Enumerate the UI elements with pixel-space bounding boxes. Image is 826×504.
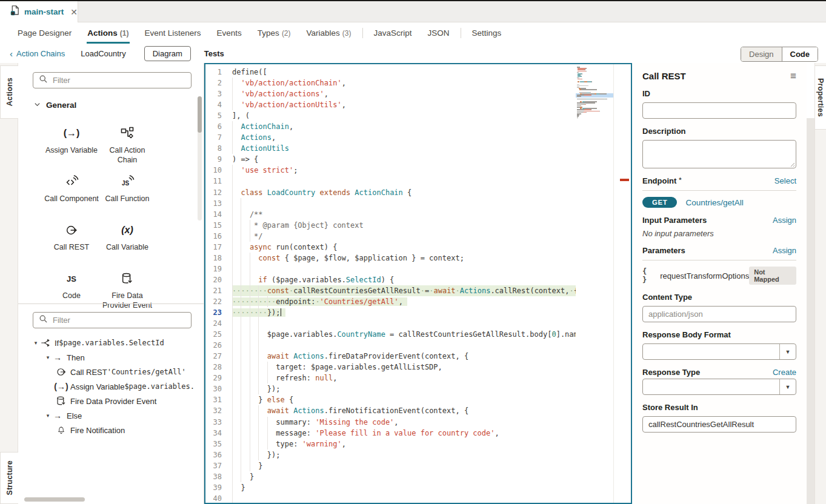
code-line[interactable]: 25 $page.variables.CountryName = callRes…: [205, 329, 631, 340]
code-line[interactable]: 35 type: 'warning',: [205, 439, 631, 449]
design-toggle-button[interactable]: Design: [741, 47, 781, 61]
rail-tab-properties[interactable]: Properties: [815, 65, 826, 130]
nav-tab-actions[interactable]: Actions(1): [79, 22, 136, 44]
code-line[interactable]: 14 /**: [205, 209, 631, 220]
palette-section-general[interactable]: General: [34, 101, 204, 110]
properties-scrollbar[interactable]: [807, 63, 814, 504]
code-line[interactable]: 34 message: 'Please fill in a value for …: [205, 428, 631, 439]
palette-item-call-component[interactable]: Call Component: [44, 168, 99, 216]
code-line[interactable]: 30 });: [205, 383, 631, 394]
nav-tab-events[interactable]: Events: [209, 22, 250, 44]
rail-tab-actions[interactable]: Actions: [0, 65, 18, 119]
content-type-field[interactable]: [642, 306, 796, 322]
palette-item-assign-variable[interactable]: (→) Assign Variable: [44, 119, 99, 168]
tree-item[interactable]: Fire Data Provider Event: [18, 394, 204, 408]
code-line[interactable]: 27 await Actions.fireDataProviderEvent(c…: [205, 351, 631, 362]
palette-item-call-action-chain[interactable]: Call Action Chain: [99, 119, 155, 168]
code-line[interactable]: 10 'use strict';: [205, 165, 631, 176]
tab-tests[interactable]: Tests: [204, 49, 224, 58]
code-line[interactable]: 22··········endpoint:·'Countries/getAll'…: [205, 296, 631, 307]
code-line[interactable]: 26: [205, 340, 631, 351]
code-line[interactable]: 4 'vb/action/actionUtils',: [205, 99, 631, 110]
resize-handle-icon[interactable]: [789, 161, 794, 167]
code-line[interactable]: 19: [205, 264, 631, 274]
tree-item[interactable]: Fire Notification: [18, 423, 204, 437]
caret-down-icon[interactable]: ▾: [44, 413, 52, 419]
palette-scrollbar-thumb[interactable]: [198, 96, 202, 133]
nav-tab-javascript[interactable]: JavaScript: [366, 22, 420, 44]
code-line[interactable]: 12 class LoadCountry extends ActionChain…: [205, 187, 631, 198]
response-type-select[interactable]: ▼: [642, 379, 796, 395]
nav-tab-event-listeners[interactable]: Event Listeners: [137, 22, 209, 44]
nav-tab-types[interactable]: Types(2): [250, 22, 299, 44]
diagram-button[interactable]: Diagram: [144, 46, 191, 61]
code-line[interactable]: 24: [205, 318, 631, 329]
structure-filter[interactable]: [33, 312, 192, 328]
code-line[interactable]: 40: [205, 493, 631, 503]
code-lines[interactable]: 1define([2 'vb/action/actionChain',3 'vb…: [205, 64, 631, 503]
code-line[interactable]: 28 target: $page.variables.getAllListSDP…: [205, 362, 631, 373]
parameter-row[interactable]: { } requestTransformOptions Not Mapped: [642, 267, 796, 285]
nav-tab-page-designer[interactable]: Page Designer: [10, 22, 79, 44]
code-line[interactable]: 9) => {: [205, 154, 631, 165]
code-line[interactable]: 21········const·callRestCountriesGetAllR…: [205, 285, 631, 296]
dropdown-caret-icon[interactable]: ▼: [779, 344, 796, 359]
parameters-assign-link[interactable]: Assign: [773, 246, 796, 255]
code-line[interactable]: 39 }: [205, 482, 631, 493]
code-line[interactable]: 1define([: [205, 67, 631, 78]
tree-item[interactable]: ▾ If $page.variables.SelectId: [18, 336, 204, 350]
nav-tab-json[interactable]: JSON: [420, 22, 458, 44]
code-line[interactable]: 38 }: [205, 471, 631, 482]
code-line[interactable]: 16 */: [205, 231, 631, 242]
description-field[interactable]: [642, 140, 796, 168]
code-line[interactable]: 29 refresh: null,: [205, 373, 631, 383]
editor-minimap[interactable]: [576, 64, 613, 503]
caret-down-icon[interactable]: ▾: [32, 340, 40, 346]
code-line[interactable]: 2 'vb/action/actionChain',: [205, 78, 631, 88]
palette-filter[interactable]: [33, 72, 192, 88]
doc-tab-main-start[interactable]: M main-start ✕: [0, 1, 78, 22]
dropdown-caret-icon[interactable]: ▼: [779, 379, 796, 394]
id-field[interactable]: [642, 102, 796, 119]
code-line[interactable]: 15 * @param {Object} context: [205, 220, 631, 231]
code-line[interactable]: 13: [205, 198, 631, 209]
endpoint-select-link[interactable]: Select: [774, 176, 796, 185]
palette-item-call-rest[interactable]: Call REST: [44, 216, 99, 265]
back-to-action-chains-link[interactable]: ‹ Action Chains: [10, 49, 65, 58]
code-line[interactable]: 6 ActionChain,: [205, 121, 631, 132]
response-type-create-link[interactable]: Create: [773, 368, 796, 377]
tree-item[interactable]: ▾→Then: [18, 350, 204, 365]
nav-tab-variables[interactable]: Variables(3): [299, 22, 359, 44]
code-line[interactable]: 23········});: [205, 307, 631, 318]
structure-filter-input[interactable]: [53, 316, 185, 325]
palette-scrollbar[interactable]: [198, 96, 202, 220]
close-icon[interactable]: ✕: [70, 7, 78, 17]
code-line[interactable]: 20 if ($page.variables.SelectId) {: [205, 274, 631, 285]
palette-item-call-variable[interactable]: (x) Call Variable: [99, 216, 155, 265]
tree-item[interactable]: Call REST 'Countries/getAll': [18, 365, 204, 379]
code-line[interactable]: 11: [205, 176, 631, 187]
editor-overview-ruler[interactable]: [613, 64, 631, 503]
rail-tab-structure[interactable]: Structure: [0, 452, 18, 504]
input-parameters-assign-link[interactable]: Assign: [773, 216, 796, 225]
tree-item[interactable]: ▾→Else: [18, 408, 204, 423]
structure-horizontal-scrollbar[interactable]: [24, 497, 85, 502]
code-line[interactable]: 32 await Actions.fireNotificationEvent(c…: [205, 405, 631, 416]
code-line[interactable]: 18 const { $page, $flow, $application } …: [205, 253, 631, 264]
code-line[interactable]: 37 }: [205, 460, 631, 471]
code-line[interactable]: 8 ActionUtils: [205, 143, 631, 154]
nav-tab-settings[interactable]: Settings: [464, 22, 510, 44]
code-line[interactable]: 7 Actions,: [205, 132, 631, 143]
code-toggle-button[interactable]: Code: [782, 47, 818, 61]
code-line[interactable]: 5], (: [205, 110, 631, 121]
endpoint-path-link[interactable]: Countries/getAll: [685, 198, 743, 207]
hamburger-icon[interactable]: ≡: [790, 71, 796, 81]
tree-item[interactable]: (→)Assign Variable $page.variables.: [18, 379, 204, 394]
code-line[interactable]: 33 summary: 'Missing the code',: [205, 417, 631, 428]
code-line[interactable]: 3 'vb/action/actions',: [205, 88, 631, 99]
code-line[interactable]: 17 async run(context) {: [205, 242, 631, 253]
response-body-format-select[interactable]: ▼: [642, 343, 796, 360]
store-result-field[interactable]: [642, 416, 796, 433]
palette-item-call-function[interactable]: JS Call Function: [99, 168, 155, 216]
code-line[interactable]: 31 } else {: [205, 394, 631, 405]
